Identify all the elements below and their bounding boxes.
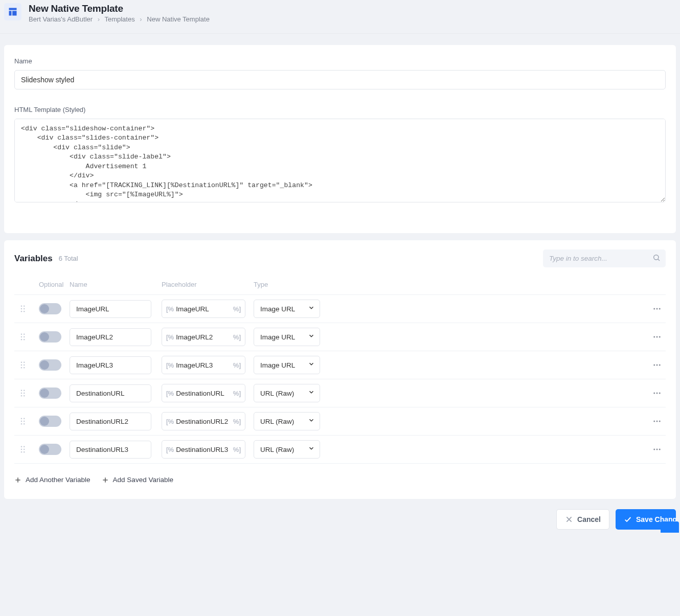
row-menu-button[interactable]: [652, 445, 666, 454]
svg-point-58: [659, 449, 661, 450]
breadcrumb-current: New Native Template: [147, 15, 210, 23]
svg-point-32: [21, 390, 22, 391]
type-select[interactable]: Image URLURL (Raw): [254, 356, 320, 374]
drag-handle-icon[interactable]: [19, 445, 39, 454]
more-icon: [652, 332, 662, 341]
placeholder-input[interactable]: [174, 305, 233, 313]
add-saved-variable-button[interactable]: Add Saved Variable: [102, 476, 173, 484]
col-placeholder: Placeholder: [162, 281, 254, 288]
page-header: New Native Template Bert Varias's AdButl…: [0, 0, 680, 34]
variables-title: Variables: [14, 254, 53, 264]
add-variable-label: Add Another Variable: [26, 476, 90, 484]
breadcrumb-templates[interactable]: Templates: [104, 15, 134, 23]
table-row: [%%]Image URLURL (Raw): [14, 436, 666, 464]
placeholder-prefix: [%: [166, 333, 174, 341]
svg-point-53: [24, 449, 25, 450]
placeholder-input[interactable]: [174, 418, 233, 425]
drag-handle-icon[interactable]: [19, 360, 39, 370]
optional-toggle[interactable]: [39, 387, 61, 399]
breadcrumb-account[interactable]: Bert Varias's AdButler: [29, 15, 93, 23]
row-menu-button[interactable]: [652, 332, 666, 341]
svg-point-5: [21, 305, 22, 307]
svg-point-23: [21, 361, 22, 363]
placeholder-prefix: [%: [166, 390, 174, 397]
placeholder-field: [%%]: [162, 384, 245, 402]
search-icon: [652, 254, 661, 264]
svg-point-45: [21, 423, 22, 425]
variable-name-input[interactable]: [70, 356, 151, 374]
svg-point-56: [653, 449, 655, 450]
svg-point-25: [21, 364, 22, 366]
drag-handle-icon[interactable]: [19, 389, 39, 398]
html-template-label: HTML Template (Styled): [14, 106, 666, 113]
placeholder-input[interactable]: [174, 390, 233, 397]
search-input[interactable]: [543, 249, 666, 267]
variable-name-input[interactable]: [70, 441, 151, 459]
variable-name-input[interactable]: [70, 384, 151, 402]
table-row: [%%]Image URLURL (Raw): [14, 351, 666, 379]
type-select[interactable]: Image URLURL (Raw): [254, 384, 320, 402]
svg-point-57: [656, 449, 658, 450]
row-menu-button[interactable]: [652, 304, 666, 313]
type-select[interactable]: Image URLURL (Raw): [254, 440, 320, 459]
html-template-textarea[interactable]: [14, 119, 666, 202]
variable-name-input[interactable]: [70, 413, 151, 430]
optional-toggle[interactable]: [39, 303, 61, 314]
svg-point-18: [21, 339, 22, 340]
add-another-variable-button[interactable]: Add Another Variable: [14, 476, 90, 484]
row-menu-button[interactable]: [652, 389, 666, 398]
svg-point-29: [653, 364, 655, 366]
col-name: Name: [70, 281, 162, 288]
row-menu-button[interactable]: [652, 417, 666, 426]
optional-toggle[interactable]: [39, 359, 61, 371]
type-select[interactable]: Image URLURL (Raw): [254, 328, 320, 346]
svg-point-39: [656, 393, 658, 394]
name-input[interactable]: [14, 70, 666, 89]
variable-name-input[interactable]: [70, 328, 151, 346]
svg-point-34: [21, 393, 22, 394]
svg-point-15: [24, 333, 25, 335]
svg-point-6: [24, 305, 25, 307]
type-select[interactable]: Image URLURL (Raw): [254, 300, 320, 318]
type-select[interactable]: Image URLURL (Raw): [254, 412, 320, 430]
optional-toggle[interactable]: [39, 444, 61, 455]
drag-handle-icon[interactable]: [19, 304, 39, 313]
drag-handle-icon[interactable]: [19, 417, 39, 426]
chat-widget-icon[interactable]: [661, 521, 679, 533]
placeholder-prefix: [%: [166, 361, 174, 369]
placeholder-input[interactable]: [174, 333, 233, 341]
svg-point-24: [24, 361, 25, 363]
breadcrumb: Bert Varias's AdButler › Templates › New…: [29, 15, 210, 23]
more-icon: [652, 389, 662, 398]
svg-point-49: [659, 421, 661, 422]
more-icon: [652, 445, 662, 454]
svg-point-11: [653, 308, 655, 310]
add-saved-label: Add Saved Variable: [113, 476, 173, 484]
row-menu-button[interactable]: [652, 360, 666, 370]
table-row: [%%]Image URLURL (Raw): [14, 379, 666, 407]
svg-point-8: [24, 308, 25, 310]
svg-point-9: [21, 311, 22, 312]
col-optional: Optional: [39, 281, 70, 288]
svg-point-38: [653, 393, 655, 394]
placeholder-input[interactable]: [174, 361, 233, 369]
cancel-button[interactable]: Cancel: [556, 509, 609, 530]
placeholder-input[interactable]: [174, 446, 233, 453]
optional-toggle[interactable]: [39, 331, 61, 343]
svg-point-47: [653, 421, 655, 422]
svg-point-36: [21, 395, 22, 397]
close-icon: [565, 515, 573, 523]
optional-toggle[interactable]: [39, 416, 61, 427]
svg-point-12: [656, 308, 658, 310]
drag-handle-icon[interactable]: [19, 332, 39, 341]
svg-point-26: [24, 364, 25, 366]
table-header: Optional Name Placeholder Type: [14, 275, 666, 295]
template-form-panel: Name HTML Template (Styled): [4, 45, 676, 233]
svg-point-54: [21, 451, 22, 453]
svg-point-21: [656, 336, 658, 338]
svg-line-4: [658, 259, 660, 261]
page-actions: Cancel Save Changes: [4, 509, 676, 530]
col-type: Type: [254, 281, 325, 288]
svg-point-13: [659, 308, 661, 310]
variable-name-input[interactable]: [70, 300, 151, 318]
